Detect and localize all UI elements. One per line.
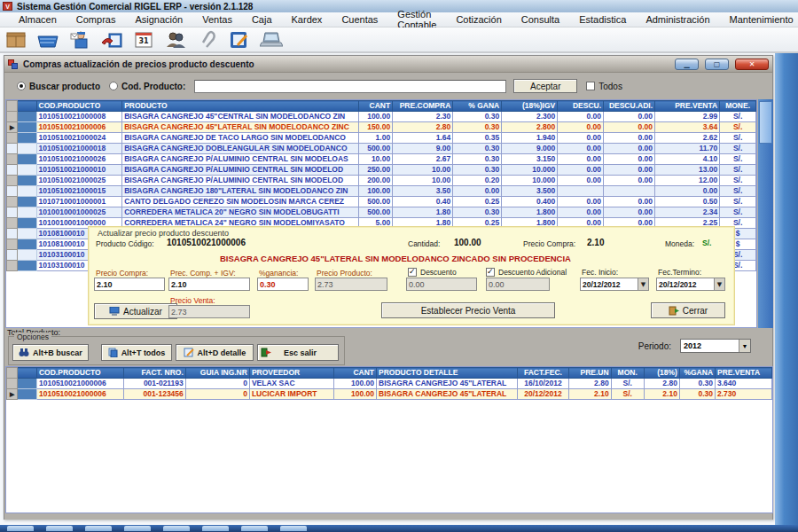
menu-item-kardex[interactable]: Kardex [282,13,332,26]
grid-scrollbar[interactable] [758,99,773,328]
row-selector[interactable] [7,133,18,144]
descuento-checkbox[interactable] [408,268,417,277]
taskbar-button[interactable] [85,526,112,531]
table-row[interactable]: 1010510021000006001-1234560LUCICAR IMPOR… [7,389,772,400]
row-selector[interactable] [7,112,18,122]
close-button[interactable]: ✕ [735,59,769,70]
menu-item-ventas[interactable]: Ventas [192,13,242,26]
fec-inicio-select[interactable]: 20/12/2012 ▼ [580,278,649,291]
fec-termino-select[interactable]: 20/12/2012 ▼ [656,278,725,291]
row-selector[interactable] [7,122,18,133]
row-selector[interactable] [7,239,18,250]
row-selector[interactable] [7,218,18,229]
computer-icon[interactable] [259,29,284,51]
table-row[interactable]: 1010510021000025BISAGRA CANGREJO P/ALUMI… [7,176,756,186]
aceptar-button[interactable]: Aceptar [513,79,577,93]
column-header[interactable]: %GANA [679,368,715,379]
calendar-31-icon[interactable]: 31 [131,29,156,51]
taskbar-button[interactable] [163,526,190,531]
row-selector[interactable] [7,154,18,165]
row-selector[interactable] [7,379,18,389]
column-header[interactable]: MON. [611,368,644,379]
row-selector[interactable] [7,144,18,154]
row-selector[interactable] [7,197,18,207]
cerrar-button[interactable]: Cerrar [651,302,725,318]
periodo-select[interactable]: 2012 ▼ [680,339,751,353]
row-selector[interactable] [7,176,18,186]
phone-directory-icon[interactable] [99,29,124,51]
taskbar-button[interactable] [124,526,151,531]
column-header[interactable]: CANT [333,368,376,379]
table-row[interactable]: 1010510021000018BISAGRA CANGREJO DOBLEAN… [7,144,756,154]
column-header[interactable]: FACT.FEC. [517,368,569,379]
column-header[interactable]: CANT [358,101,393,112]
column-header[interactable]: % GANA [453,101,502,112]
column-header[interactable]: DESCU. [558,101,604,112]
row-selector[interactable] [7,186,18,197]
table-row[interactable]: 1010510021000010BISAGRA CANGREJO P/ALUMI… [7,165,756,176]
table-row[interactable]: 1010510021000008BISAGRA CANGREJO 45"CENT… [7,112,756,122]
row-selector[interactable] [7,165,18,176]
descuento-adicional-checkbox[interactable] [486,268,495,277]
actualizar-button[interactable]: Actualizar [94,303,177,319]
column-header[interactable]: PROVEEDOR [249,368,333,379]
table-row[interactable]: 1010510021000015BISAGRA CANGREJO 180"LAT… [7,186,756,197]
courier-mail-icon[interactable] [67,29,92,51]
esc-salir-button[interactable]: Esc salir [257,344,339,361]
row-selector[interactable] [7,250,18,261]
fec-termino-dropdown-icon[interactable]: ▼ [714,278,724,290]
ganancia-input[interactable] [257,278,309,291]
table-row[interactable]: 1010510021000026BISAGRA CANGREJO P/ALUMI… [7,154,756,165]
users-icon[interactable] [163,29,188,51]
column-header[interactable]: PRODUCTO DETALLE [377,368,518,379]
search-input[interactable] [194,80,506,93]
todos-checkbox[interactable] [586,82,595,90]
establecer-precio-venta-button[interactable]: Establecer Precio Venta [381,302,555,318]
column-header[interactable]: (18%)IGV [502,101,558,112]
row-selector[interactable] [7,261,18,271]
row-selector[interactable] [7,389,18,400]
periodo-dropdown-icon[interactable]: ▼ [739,340,750,352]
taskbar-button[interactable] [202,526,229,531]
column-header[interactable]: GUIA ING.NR [185,368,249,379]
taskbar-button[interactable] [241,526,268,531]
maximize-button[interactable]: ▢ [705,59,729,70]
attachment-clip-icon[interactable] [195,29,220,51]
warehouse-box-icon[interactable] [4,29,28,51]
child-window-titlebar[interactable]: Compras actualización de precios product… [4,56,772,73]
menu-item-asignaci-n[interactable]: Asignación [125,13,192,26]
alt-d-detalle-button[interactable]: Alt+D detalle [176,344,254,361]
menu-item-cuentas[interactable]: Cuentas [332,13,387,26]
prec-comp-igv-input[interactable] [168,278,250,291]
alt-t-todos-button[interactable]: Alt+T todos [101,344,172,361]
menu-item-compras[interactable]: Compras [66,13,126,26]
column-header[interactable]: FACT. NRO. [123,368,185,379]
row-selector[interactable] [7,207,18,218]
radio-cod-producto[interactable] [109,82,118,90]
taskbar[interactable] [0,525,798,532]
menu-item-caja[interactable]: Caja [242,13,282,26]
minimize-button[interactable]: ▁ [675,59,699,70]
taskbar-button[interactable] [7,526,34,531]
table-row[interactable]: 1010010001000025CORREDERA METALICA 20" N… [7,207,756,218]
column-header[interactable]: (18%) [644,368,679,379]
row-selector[interactable] [7,229,18,239]
table-row[interactable]: 1010510021000006BISAGRA CANGREJO 45"LATE… [7,122,756,133]
column-header[interactable]: PRE.VENTA [716,368,772,379]
table-row[interactable]: 1010510021000006001-0211930VELAX SAC100.… [7,379,772,389]
menu-item-consulta[interactable]: Consulta [512,13,569,26]
column-header[interactable]: PRE.UN [569,368,611,379]
scrollbar-thumb[interactable] [759,101,772,144]
menu-item-mantenimiento[interactable]: Mantenimiento [720,13,798,26]
column-header[interactable]: DESCU.ADI. [604,101,655,112]
column-header[interactable]: PRE.VENTA [655,101,720,112]
column-header[interactable]: COD.PRODUCTO [36,101,122,112]
alt-b-buscar-button[interactable]: Alt+B buscar [12,344,89,361]
table-row[interactable]: 1010710001000001CANTO DELGADO CEREZO SIN… [7,197,756,207]
column-header[interactable]: PRE.COMPRA [393,101,453,112]
taskbar-button[interactable] [46,526,73,531]
notes-editor-icon[interactable] [227,29,252,51]
column-header[interactable]: COD.PRODUCTO [36,368,123,379]
column-header[interactable]: MONE. [720,101,756,112]
purchases-basket-icon[interactable] [35,29,60,51]
